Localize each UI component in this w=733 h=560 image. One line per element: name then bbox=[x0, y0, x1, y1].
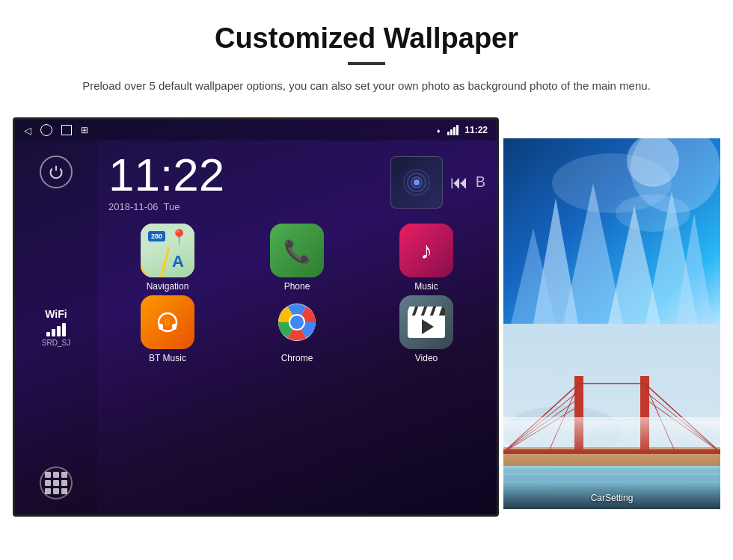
prev-track-button[interactable]: ⏮ bbox=[450, 172, 468, 193]
app-item-phone[interactable]: 📞 Phone bbox=[234, 224, 360, 292]
app-item-navigation[interactable]: 280 📍 A Navigation bbox=[105, 224, 230, 292]
power-button[interactable] bbox=[40, 156, 73, 188]
svg-rect-2 bbox=[172, 324, 177, 330]
svg-rect-23 bbox=[503, 466, 720, 468]
nav-home-icon[interactable] bbox=[40, 124, 52, 136]
music-icon: ♪ bbox=[420, 237, 432, 265]
content-area: ◁ ⊞ ⬧ 11:22 bbox=[0, 102, 733, 532]
phone-icon-bg: 📞 bbox=[270, 224, 324, 277]
music-icon-bg: ♪ bbox=[399, 224, 453, 277]
android-main: WiFi SRD_SJ bbox=[15, 141, 497, 514]
page-wrapper: Customized Wallpaper Preload over 5 defa… bbox=[0, 0, 733, 532]
app-item-chrome[interactable]: Chrome bbox=[234, 295, 360, 363]
signal-bars bbox=[447, 125, 458, 135]
clock-widgets: ⏮ B bbox=[390, 156, 485, 209]
app-item-video[interactable]: Video bbox=[364, 295, 489, 363]
status-bar-left: ◁ ⊞ bbox=[24, 124, 88, 136]
chrome-icon-bg bbox=[270, 295, 324, 349]
clock-time: 11:22 bbox=[108, 152, 379, 198]
android-center: 11:22 2018-11-06 Tue bbox=[97, 141, 497, 514]
navigation-label: Navigation bbox=[147, 281, 189, 292]
chrome-label: Chrome bbox=[281, 353, 313, 363]
wifi-widget: WiFi SRD_SJ bbox=[42, 308, 70, 347]
btmusic-icon-bg: B bbox=[141, 295, 194, 349]
nav-pin-icon: 📍 bbox=[170, 228, 188, 246]
phone-label: Phone bbox=[284, 281, 310, 292]
app-grid: 280 📍 A Navigation bbox=[97, 220, 497, 371]
apps-button[interactable] bbox=[40, 467, 73, 499]
android-screen: ◁ ⊞ ⬧ 11:22 bbox=[13, 117, 499, 517]
wallpaper-ice[interactable] bbox=[503, 138, 720, 324]
nav-recent-icon[interactable] bbox=[61, 125, 72, 135]
page-title: Customized Wallpaper bbox=[45, 22, 688, 55]
btmusic-icon: B bbox=[153, 307, 183, 337]
radio-signal-icon bbox=[403, 169, 430, 196]
clock-info: 11:22 2018-11-06 Tue bbox=[108, 152, 379, 212]
page-description: Preload over 5 default wallpaper options… bbox=[82, 77, 651, 95]
nav-road-1 bbox=[141, 242, 149, 277]
svg-rect-40 bbox=[503, 417, 720, 455]
carsetting-label: CarSetting bbox=[591, 493, 634, 503]
app-item-music[interactable]: ♪ Music bbox=[364, 224, 489, 292]
wallpaper-bridge[interactable]: CarSetting bbox=[503, 324, 720, 509]
status-time: 11:22 bbox=[464, 125, 488, 135]
status-bar: ◁ ⊞ ⬧ 11:22 bbox=[15, 120, 497, 141]
video-icon-bg bbox=[399, 295, 453, 349]
btmusic-label: BT Music bbox=[149, 353, 186, 363]
bridge-svg bbox=[503, 324, 720, 509]
radio-widget[interactable] bbox=[390, 156, 443, 209]
wifi-bars bbox=[42, 323, 70, 336]
nav-back-icon[interactable]: ◁ bbox=[24, 125, 31, 136]
title-divider bbox=[348, 62, 385, 65]
music-label: Music bbox=[414, 281, 438, 292]
page-header: Customized Wallpaper Preload over 5 defa… bbox=[0, 0, 733, 102]
svg-rect-25 bbox=[503, 481, 720, 482]
video-clapper-icon bbox=[408, 307, 445, 338]
ice-svg bbox=[503, 138, 720, 324]
clock-area: 11:22 2018-11-06 Tue bbox=[97, 141, 497, 220]
chrome-icon bbox=[278, 304, 316, 341]
wallpaper-thumbs: CarSetting bbox=[503, 138, 720, 509]
phone-icon: 📞 bbox=[283, 238, 311, 264]
apps-grid-icon bbox=[45, 472, 67, 494]
video-label: Video bbox=[415, 353, 438, 363]
android-sidebar: WiFi SRD_SJ bbox=[15, 141, 97, 514]
location-icon: ⬧ bbox=[436, 126, 441, 135]
svg-rect-1 bbox=[159, 324, 163, 330]
navigation-icon: 280 📍 A bbox=[141, 224, 194, 277]
clock-date: 2018-11-06 Tue bbox=[108, 201, 379, 212]
nav-a-icon: A bbox=[172, 252, 184, 271]
bluetooth-button[interactable]: B bbox=[476, 173, 485, 191]
svg-text:B: B bbox=[165, 319, 170, 327]
svg-point-6 bbox=[290, 316, 304, 329]
nav-app-icon[interactable]: ⊞ bbox=[81, 125, 88, 135]
status-bar-right: ⬧ 11:22 bbox=[436, 125, 488, 135]
nav-road-2 bbox=[159, 247, 171, 277]
nav-badge: 280 bbox=[148, 231, 165, 241]
app-item-btmusic[interactable]: B BT Music bbox=[105, 295, 230, 363]
wifi-label: WiFi bbox=[42, 308, 70, 320]
svg-rect-24 bbox=[503, 473, 720, 475]
wifi-ssid: SRD_SJ bbox=[42, 339, 70, 347]
